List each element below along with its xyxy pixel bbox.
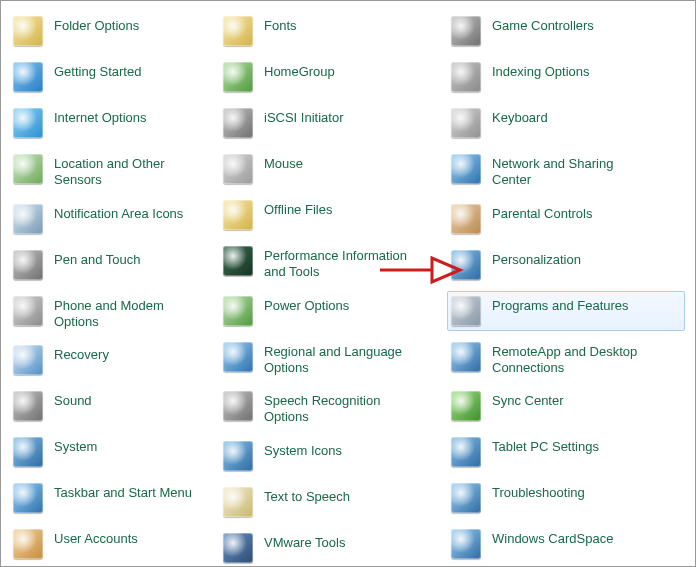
regional-language-icon: [222, 341, 254, 373]
item-taskbar-start-menu[interactable]: Taskbar and Start Menu: [9, 478, 219, 518]
item-system[interactable]: System: [9, 432, 219, 472]
programs-features-icon: [450, 295, 482, 327]
item-label: Speech Recognition Options: [264, 390, 414, 426]
item-label: Keyboard: [492, 107, 548, 126]
item-phone-modem[interactable]: Phone and Modem Options: [9, 291, 219, 335]
remoteapp-icon: [450, 341, 482, 373]
item-label: iSCSI Initiator: [264, 107, 343, 126]
offline-files-icon: [222, 199, 254, 231]
phone-modem-icon: [12, 295, 44, 327]
item-mouse[interactable]: Mouse: [219, 149, 447, 189]
item-label: Offline Files: [264, 199, 332, 218]
item-network-sharing[interactable]: Network and Sharing Center: [447, 149, 685, 193]
item-label: Regional and Language Options: [264, 341, 414, 377]
item-label: System: [54, 436, 97, 455]
personalization-icon: [450, 249, 482, 281]
item-label: Game Controllers: [492, 15, 594, 34]
item-label: Phone and Modem Options: [54, 295, 204, 331]
item-speech-recognition[interactable]: Speech Recognition Options: [219, 386, 447, 430]
item-label: Tablet PC Settings: [492, 436, 599, 455]
item-label: Mouse: [264, 153, 303, 172]
item-regional-language[interactable]: Regional and Language Options: [219, 337, 447, 381]
item-label: Power Options: [264, 295, 349, 314]
item-label: User Accounts: [54, 528, 138, 547]
item-offline-files[interactable]: Offline Files: [219, 195, 447, 235]
network-sharing-icon: [450, 153, 482, 185]
troubleshooting-icon: [450, 482, 482, 514]
sound-icon: [12, 390, 44, 422]
speech-recognition-icon: [222, 390, 254, 422]
item-label: Personalization: [492, 249, 581, 268]
item-label: Programs and Features: [492, 295, 629, 314]
folder-options-icon: [12, 15, 44, 47]
item-label: RemoteApp and Desktop Connections: [492, 341, 642, 377]
mouse-icon: [222, 153, 254, 185]
item-location-sensors[interactable]: Location and Other Sensors: [9, 149, 219, 193]
item-notification-area-icons[interactable]: Notification Area Icons: [9, 199, 219, 239]
item-label: Recovery: [54, 344, 109, 363]
windows-cardspace-icon: [450, 528, 482, 560]
item-folder-options[interactable]: Folder Options: [9, 11, 219, 51]
item-label: Getting Started: [54, 61, 141, 80]
item-remoteapp[interactable]: RemoteApp and Desktop Connections: [447, 337, 685, 381]
item-label: Sound: [54, 390, 92, 409]
control-panel-all-items: Folder OptionsGetting StartedInternet Op…: [0, 0, 696, 567]
recovery-icon: [12, 344, 44, 376]
item-label: Parental Controls: [492, 203, 592, 222]
item-text-to-speech[interactable]: Text to Speech: [219, 482, 447, 522]
system-icon: [12, 436, 44, 468]
item-label: Sync Center: [492, 390, 564, 409]
column-3: Game ControllersIndexing OptionsKeyboard…: [447, 11, 685, 567]
item-pen-and-touch[interactable]: Pen and Touch: [9, 245, 219, 285]
item-tablet-pc[interactable]: Tablet PC Settings: [447, 432, 685, 472]
item-sound[interactable]: Sound: [9, 386, 219, 426]
item-getting-started[interactable]: Getting Started: [9, 57, 219, 97]
homegroup-icon: [222, 61, 254, 93]
system-icons-icon: [222, 440, 254, 472]
item-windows-cardspace[interactable]: Windows CardSpace: [447, 524, 685, 564]
item-vmware-tools[interactable]: VMware Tools: [219, 528, 447, 568]
sync-center-icon: [450, 390, 482, 422]
performance-info-icon: [222, 245, 254, 277]
item-indexing-options[interactable]: Indexing Options: [447, 57, 685, 97]
item-power-options[interactable]: Power Options: [219, 291, 447, 331]
item-sync-center[interactable]: Sync Center: [447, 386, 685, 426]
item-label: Performance Information and Tools: [264, 245, 414, 281]
location-sensors-icon: [12, 153, 44, 185]
item-label: Location and Other Sensors: [54, 153, 204, 189]
item-label: Windows CardSpace: [492, 528, 613, 547]
fonts-icon: [222, 15, 254, 47]
item-label: System Icons: [264, 440, 342, 459]
item-user-accounts[interactable]: User Accounts: [9, 524, 219, 564]
column-2: FontsHomeGroupiSCSI InitiatorMouseOfflin…: [219, 11, 447, 567]
user-accounts-icon: [12, 528, 44, 560]
item-label: VMware Tools: [264, 532, 345, 551]
item-homegroup[interactable]: HomeGroup: [219, 57, 447, 97]
keyboard-icon: [450, 107, 482, 139]
item-troubleshooting[interactable]: Troubleshooting: [447, 478, 685, 518]
item-system-icons[interactable]: System Icons: [219, 436, 447, 476]
item-recovery[interactable]: Recovery: [9, 340, 219, 380]
item-label: Fonts: [264, 15, 297, 34]
item-parental-controls[interactable]: Parental Controls: [447, 199, 685, 239]
vmware-tools-icon: [222, 532, 254, 564]
indexing-options-icon: [450, 61, 482, 93]
item-keyboard[interactable]: Keyboard: [447, 103, 685, 143]
game-controllers-icon: [450, 15, 482, 47]
item-label: Pen and Touch: [54, 249, 141, 268]
taskbar-start-menu-icon: [12, 482, 44, 514]
item-label: Text to Speech: [264, 486, 350, 505]
item-fonts[interactable]: Fonts: [219, 11, 447, 51]
tablet-pc-icon: [450, 436, 482, 468]
item-label: Taskbar and Start Menu: [54, 482, 192, 501]
item-personalization[interactable]: Personalization: [447, 245, 685, 285]
item-game-controllers[interactable]: Game Controllers: [447, 11, 685, 51]
item-programs-features[interactable]: Programs and Features: [447, 291, 685, 331]
item-performance-info[interactable]: Performance Information and Tools: [219, 241, 447, 285]
item-internet-options[interactable]: Internet Options: [9, 103, 219, 143]
item-iscsi-initiator[interactable]: iSCSI Initiator: [219, 103, 447, 143]
text-to-speech-icon: [222, 486, 254, 518]
item-label: Notification Area Icons: [54, 203, 183, 222]
notification-area-icons-icon: [12, 203, 44, 235]
power-options-icon: [222, 295, 254, 327]
